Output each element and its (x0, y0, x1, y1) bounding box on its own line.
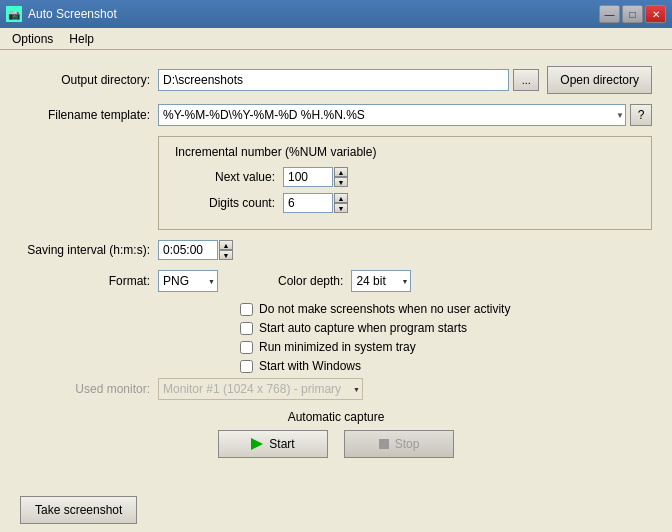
bottom-bar: Take screenshot (0, 488, 672, 532)
saving-interval-row: Saving interval (h:m:s): ▲ ▼ (20, 240, 652, 260)
digits-count-spin-buttons: ▲ ▼ (334, 193, 348, 213)
stop-icon (379, 439, 389, 449)
incremental-number-group: Incremental number (%NUM variable) Next … (158, 136, 652, 230)
start-label: Start (269, 437, 294, 451)
filename-template-select-wrapper: %Y-%M-%D\%Y-%M-%D %H.%N.%S ▼ (158, 104, 626, 126)
run-minimized-label: Run minimized in system tray (259, 340, 416, 354)
run-minimized-checkbox[interactable] (240, 341, 253, 354)
auto-capture-start-checkbox[interactable] (240, 322, 253, 335)
menu-options[interactable]: Options (4, 30, 61, 48)
saving-interval-spin-buttons: ▲ ▼ (219, 240, 233, 260)
format-label: Format: (20, 274, 150, 288)
output-directory-label: Output directory: (20, 73, 150, 87)
open-directory-button[interactable]: Open directory (547, 66, 652, 94)
checkbox-row-3: Run minimized in system tray (240, 340, 652, 354)
digits-count-input[interactable] (283, 193, 333, 213)
browse-button[interactable]: ... (513, 69, 539, 91)
format-select[interactable]: PNG JPG BMP GIF (158, 270, 218, 292)
close-button[interactable]: ✕ (645, 5, 666, 23)
incremental-number-title: Incremental number (%NUM variable) (175, 145, 635, 159)
start-with-windows-checkbox[interactable] (240, 360, 253, 373)
checkbox-row-2: Start auto capture when program starts (240, 321, 652, 335)
no-activity-checkbox[interactable] (240, 303, 253, 316)
auto-capture-title: Automatic capture (288, 410, 385, 424)
maximize-button[interactable]: □ (622, 5, 643, 23)
start-icon (251, 438, 263, 450)
start-button[interactable]: Start (218, 430, 328, 458)
saving-interval-down-button[interactable]: ▼ (219, 250, 233, 260)
output-directory-row: Output directory: ... Open directory (20, 66, 652, 94)
next-value-down-button[interactable]: ▼ (334, 177, 348, 187)
digits-count-spinbox: ▲ ▼ (283, 193, 348, 213)
title-bar-text: Auto Screenshot (28, 7, 117, 21)
next-value-spin-buttons: ▲ ▼ (334, 167, 348, 187)
monitor-row: Used monitor: Monitor #1 (1024 x 768) - … (20, 378, 652, 400)
saving-interval-up-button[interactable]: ▲ (219, 240, 233, 250)
monitor-select[interactable]: Monitor #1 (1024 x 768) - primary (158, 378, 363, 400)
main-content: Output directory: ... Open directory Fil… (0, 50, 672, 532)
capture-buttons: Start Stop (218, 430, 454, 458)
digits-count-row: Digits count: ▲ ▼ (175, 193, 635, 213)
next-value-spinbox: ▲ ▼ (283, 167, 348, 187)
color-depth-select[interactable]: 24 bit 16 bit 8 bit (351, 270, 411, 292)
minimize-button[interactable]: — (599, 5, 620, 23)
filename-template-row: Filename template: %Y-%M-%D\%Y-%M-%D %H.… (20, 104, 652, 126)
digits-count-up-button[interactable]: ▲ (334, 193, 348, 203)
output-directory-input[interactable] (158, 69, 509, 91)
monitor-select-wrapper: Monitor #1 (1024 x 768) - primary ▼ (158, 378, 363, 400)
title-bar: 📷 Auto Screenshot — □ ✕ (0, 0, 672, 28)
filename-template-select[interactable]: %Y-%M-%D\%Y-%M-%D %H.%N.%S (158, 104, 626, 126)
next-value-label: Next value: (175, 170, 275, 184)
checkbox-row-1: Do not make screenshots when no user act… (240, 302, 652, 316)
saving-interval-spinbox: ▲ ▼ (158, 240, 233, 260)
checkbox-row-4: Start with Windows (240, 359, 652, 373)
color-depth-label: Color depth: (278, 274, 343, 288)
template-help-button[interactable]: ? (630, 104, 652, 126)
title-bar-controls: — □ ✕ (599, 5, 666, 23)
next-value-row: Next value: ▲ ▼ (175, 167, 635, 187)
no-activity-label: Do not make screenshots when no user act… (259, 302, 510, 316)
filename-template-label: Filename template: (20, 108, 150, 122)
start-with-windows-label: Start with Windows (259, 359, 361, 373)
auto-capture-start-label: Start auto capture when program starts (259, 321, 467, 335)
monitor-label: Used monitor: (20, 382, 150, 396)
format-select-wrapper: PNG JPG BMP GIF ▼ (158, 270, 218, 292)
digits-count-down-button[interactable]: ▼ (334, 203, 348, 213)
next-value-input[interactable] (283, 167, 333, 187)
next-value-up-button[interactable]: ▲ (334, 167, 348, 177)
app-icon: 📷 (6, 6, 22, 22)
menu-bar: Options Help (0, 28, 672, 50)
stop-button[interactable]: Stop (344, 430, 454, 458)
digits-count-label: Digits count: (175, 196, 275, 210)
saving-interval-input[interactable] (158, 240, 218, 260)
color-depth-select-wrapper: 24 bit 16 bit 8 bit ▼ (351, 270, 411, 292)
take-screenshot-button[interactable]: Take screenshot (20, 496, 137, 524)
menu-help[interactable]: Help (61, 30, 102, 48)
format-row: Format: PNG JPG BMP GIF ▼ Color depth: 2… (20, 270, 652, 292)
saving-interval-label: Saving interval (h:m:s): (20, 243, 150, 257)
auto-capture-section: Automatic capture Start Stop (20, 410, 652, 458)
stop-label: Stop (395, 437, 420, 451)
